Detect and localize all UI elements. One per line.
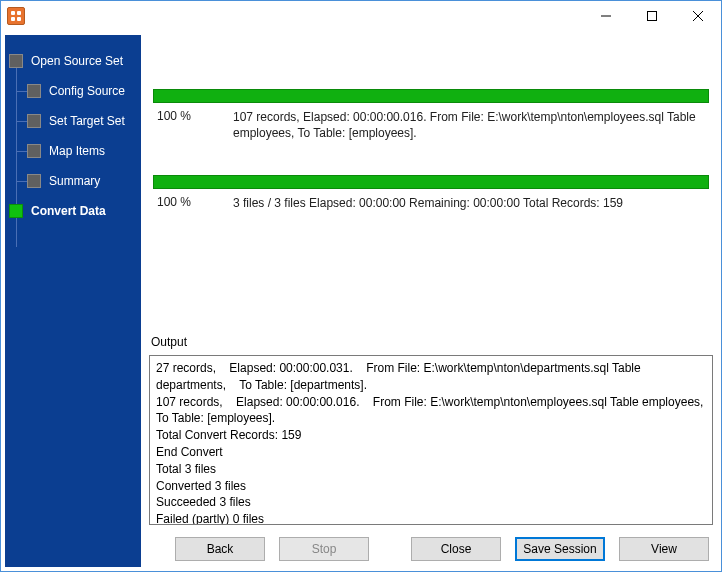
progress-area: 100 % 107 records, Elapsed: 00:00:00.016… (149, 35, 713, 321)
step-label: Map Items (49, 144, 105, 158)
app-icon (7, 7, 25, 25)
step-set-target-set[interactable]: Set Target Set (9, 109, 137, 133)
stop-button: Stop (279, 537, 369, 561)
progress-block-1: 100 % 107 records, Elapsed: 00:00:00.016… (153, 89, 709, 141)
step-label: Config Source (49, 84, 125, 98)
progress-text-2: 100 % 3 files / 3 files Elapsed: 00:00:0… (153, 195, 709, 211)
svg-rect-1 (648, 12, 657, 21)
close-wizard-button[interactable]: Close (411, 537, 501, 561)
progress-percent-2: 100 % (153, 195, 233, 209)
main-panel: 100 % 107 records, Elapsed: 00:00:00.016… (145, 35, 717, 567)
step-config-source[interactable]: Config Source (9, 79, 137, 103)
step-box-icon (27, 144, 41, 158)
step-map-items[interactable]: Map Items (9, 139, 137, 163)
progress-percent-1: 100 % (153, 109, 233, 123)
output-textbox[interactable]: 27 records, Elapsed: 00:00:00.031. From … (149, 355, 713, 525)
button-row: Back Stop Close Save Session View (149, 531, 713, 563)
step-label: Set Target Set (49, 114, 125, 128)
step-label: Summary (49, 174, 100, 188)
progress-block-2: 100 % 3 files / 3 files Elapsed: 00:00:0… (153, 175, 709, 211)
step-label: Open Source Set (31, 54, 123, 68)
output-label: Output (149, 335, 713, 349)
step-open-source-set[interactable]: Open Source Set (9, 49, 137, 73)
progress-text-1: 100 % 107 records, Elapsed: 00:00:00.016… (153, 109, 709, 141)
progress-bar-1 (153, 89, 709, 103)
maximize-button[interactable] (629, 1, 675, 31)
step-box-icon (9, 204, 23, 218)
progress-detail-1: 107 records, Elapsed: 00:00:00.016. From… (233, 109, 709, 141)
step-box-icon (9, 54, 23, 68)
save-session-button[interactable]: Save Session (515, 537, 605, 561)
back-button[interactable]: Back (175, 537, 265, 561)
step-label: Convert Data (31, 204, 106, 218)
app-window: Open Source Set Config Source Set Target… (0, 0, 722, 572)
step-box-icon (27, 84, 41, 98)
window-body: Open Source Set Config Source Set Target… (1, 31, 721, 571)
minimize-button[interactable] (583, 1, 629, 31)
wizard-sidebar: Open Source Set Config Source Set Target… (5, 35, 141, 567)
step-convert-data[interactable]: Convert Data (9, 199, 137, 223)
step-box-icon (27, 174, 41, 188)
step-box-icon (27, 114, 41, 128)
progress-bar-2 (153, 175, 709, 189)
titlebar (1, 1, 721, 31)
window-controls (583, 1, 721, 31)
progress-detail-2: 3 files / 3 files Elapsed: 00:00:00 Rema… (233, 195, 709, 211)
close-button[interactable] (675, 1, 721, 31)
view-button[interactable]: View (619, 537, 709, 561)
step-summary[interactable]: Summary (9, 169, 137, 193)
wizard-steps: Open Source Set Config Source Set Target… (9, 49, 137, 223)
